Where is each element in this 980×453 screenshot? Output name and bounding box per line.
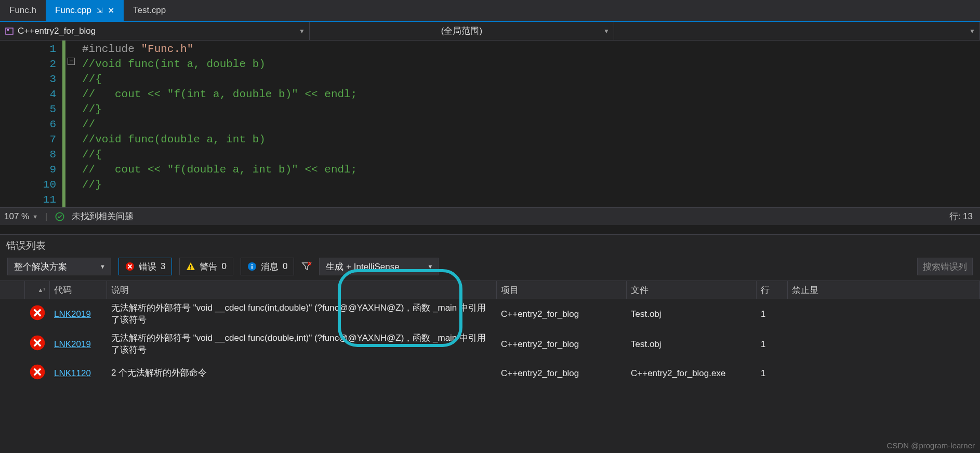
svg-rect-8 (251, 264, 253, 265)
project-icon (5, 27, 14, 35)
zoom-value: 107 % (4, 211, 29, 222)
tab-test-cpp[interactable]: Test.cpp (124, 0, 175, 21)
chip-label: 警告 (200, 261, 217, 273)
fold-margin[interactable]: − (62, 41, 82, 207)
chip-label: 消息 (261, 261, 279, 273)
search-placeholder: 搜索错误列 (923, 261, 967, 273)
col-suppress[interactable]: 禁止显 (788, 281, 980, 299)
chevron-down-icon: ▼ (603, 28, 610, 35)
chevron-down-icon: ▼ (100, 263, 105, 270)
error-row[interactable]: LNK11202 个无法解析的外部命令C++entry2_for_blogC++… (0, 359, 980, 388)
line-number-gutter: 1234567891011 (0, 41, 62, 207)
error-code-link[interactable]: LNK2019 (50, 306, 107, 323)
error-icon (29, 313, 46, 323)
error-file: Test.obj (627, 306, 757, 323)
issues-status: 未找到相关问题 (72, 210, 134, 222)
error-line: 1 (757, 365, 788, 382)
error-description: 2 个无法解析的外部命令 (107, 364, 497, 382)
chevron-down-icon: ▼ (428, 263, 433, 270)
editor-status-bar: 107 % ▼ | 未找到相关问题 行: 13 (0, 207, 980, 225)
editor-tabs: Func.h Func.cpp ⇲ ✕ Test.cpp (0, 0, 980, 22)
dropdown-label: 生成 + IntelliSense (326, 261, 399, 273)
chevron-down-icon: ▼ (32, 214, 38, 220)
watermark: CSDN @program-learner (887, 441, 975, 450)
tab-func-h[interactable]: Func.h (0, 0, 46, 21)
error-list-panel: 错误列表 整个解决方案 ▼ 错误 3 警告 0 消息 0 (0, 234, 980, 453)
svg-rect-7 (251, 266, 253, 269)
panel-title: 错误列表 (0, 235, 980, 258)
code-content[interactable]: #include "Func.h"//void func(int a, doub… (82, 41, 980, 207)
symbol-scope-dropdown[interactable]: (全局范围) ▼ (310, 22, 614, 40)
error-list-toolbar: 整个解决方案 ▼ 错误 3 警告 0 消息 0 (0, 258, 980, 281)
tab-label: Func.cpp (55, 5, 91, 16)
change-indicator (62, 41, 65, 207)
warning-icon (186, 262, 195, 271)
error-project: C++entry2_for_blog (497, 365, 627, 382)
tab-func-cpp[interactable]: Func.cpp ⇲ ✕ (46, 0, 124, 21)
check-circle-icon (55, 212, 64, 221)
chip-count: 0 (221, 261, 226, 272)
chevron-down-icon: ▼ (969, 28, 975, 35)
close-icon[interactable]: ✕ (108, 6, 114, 15)
error-icon (125, 262, 135, 271)
sort-indicator-icon: ▲¹ (37, 287, 45, 293)
col-file[interactable]: 文件 (627, 281, 757, 299)
error-project: C++entry2_for_blog (497, 306, 627, 323)
source-dropdown[interactable]: 生成 + IntelliSense ▼ (319, 258, 439, 275)
code-editor[interactable]: 1234567891011 − #include "Func.h"//void … (0, 41, 980, 207)
error-row[interactable]: LNK2019无法解析的外部符号 "void __cdecl func(int,… (0, 299, 980, 329)
dropdown-label: 整个解决方案 (14, 261, 67, 273)
tab-label: Test.cpp (133, 5, 166, 16)
error-row[interactable]: LNK2019无法解析的外部符号 "void __cdecl func(doub… (0, 329, 980, 359)
error-icon (29, 343, 46, 353)
error-file: Test.obj (627, 336, 757, 353)
chevron-down-icon: ▼ (299, 28, 305, 35)
error-search-input[interactable]: 搜索错误列 (917, 258, 973, 275)
project-scope-label: C++entry2_for_blog (18, 26, 96, 36)
error-description: 无法解析的外部符号 "void __cdecl func(double,int)… (107, 329, 497, 359)
col-line[interactable]: 行 (757, 281, 788, 299)
chip-count: 3 (161, 261, 165, 272)
error-table-header[interactable]: ▲¹ 代码 说明 项目 文件 行 禁止显 (0, 281, 980, 299)
error-code-link[interactable]: LNK1120 (50, 365, 107, 382)
col-code[interactable]: 代码 (50, 281, 107, 299)
svg-rect-5 (190, 269, 191, 270)
project-scope-dropdown[interactable]: C++entry2_for_blog ▼ (0, 22, 310, 40)
chip-count: 0 (283, 261, 287, 272)
tab-label: Func.h (9, 5, 36, 16)
warnings-filter-chip[interactable]: 警告 0 (179, 258, 233, 275)
member-scope-dropdown[interactable]: ▼ (614, 22, 980, 40)
svg-rect-4 (190, 265, 191, 268)
svg-rect-1 (7, 29, 9, 31)
error-project: C++entry2_for_blog (497, 336, 627, 353)
pin-icon[interactable]: ⇲ (97, 6, 103, 15)
errors-filter-chip[interactable]: 错误 3 (118, 258, 172, 275)
error-file: C++entry2_for_blog.exe (627, 365, 757, 382)
col-desc[interactable]: 说明 (107, 281, 497, 299)
chip-label: 错误 (139, 261, 156, 273)
error-line: 1 (757, 306, 788, 323)
svg-rect-0 (6, 28, 13, 34)
error-description: 无法解析的外部符号 "void __cdecl func(int,double)… (107, 299, 497, 329)
error-line: 1 (757, 336, 788, 353)
clear-filter-icon[interactable] (301, 261, 312, 272)
error-table: ▲¹ 代码 说明 项目 文件 行 禁止显 LNK2019无法解析的外部符号 "v… (0, 281, 980, 453)
error-icon (29, 372, 46, 382)
col-project[interactable]: 项目 (497, 281, 627, 299)
messages-filter-chip[interactable]: 消息 0 (241, 258, 294, 275)
symbol-scope-label: (全局范围) (441, 25, 482, 37)
solution-scope-dropdown[interactable]: 整个解决方案 ▼ (7, 258, 111, 275)
navigation-bar: C++entry2_for_blog ▼ (全局范围) ▼ ▼ (0, 22, 980, 41)
zoom-dropdown[interactable]: 107 % ▼ (4, 211, 38, 222)
info-icon (247, 262, 257, 271)
cursor-position: 行: 13 (949, 210, 976, 222)
fold-toggle-icon[interactable]: − (68, 58, 75, 65)
error-code-link[interactable]: LNK2019 (50, 336, 107, 353)
